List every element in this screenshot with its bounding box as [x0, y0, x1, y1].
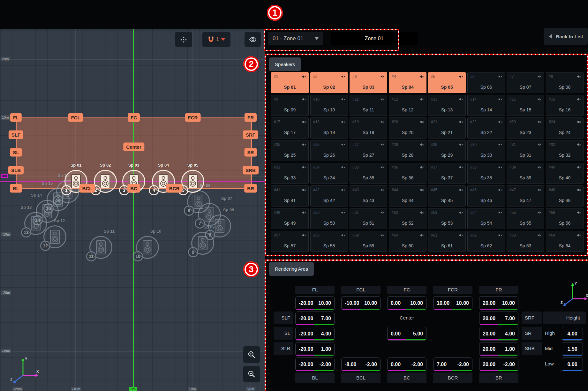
speaker-cell-10[interactable]: #10Sp 10 — [310, 95, 348, 116]
speaker-cell-59[interactable]: #59Sp 59 — [350, 231, 387, 252]
stage-badge-sl[interactable]: SL — [10, 148, 22, 157]
mute-speaker-icon[interactable] — [498, 74, 503, 79]
speaker-cell-49[interactable]: #49Sp 49 — [271, 208, 309, 229]
speaker-cell-30[interactable]: #30Sp 30 — [467, 140, 505, 161]
snap-magnet-button[interactable]: 1 — [202, 32, 230, 47]
mute-speaker-icon[interactable] — [576, 233, 581, 238]
speaker-cell-45[interactable]: #45Sp 45 — [428, 185, 466, 207]
mute-speaker-icon[interactable] — [458, 119, 464, 124]
mute-speaker-icon[interactable] — [576, 142, 581, 147]
speaker-cell-31[interactable]: #31Sp 31 — [507, 140, 544, 161]
mute-speaker-icon[interactable] — [419, 74, 424, 79]
mute-speaker-icon[interactable] — [380, 119, 385, 124]
speaker-cell-2[interactable]: #2Sp 02 — [310, 72, 348, 93]
mute-speaker-icon[interactable] — [380, 97, 385, 102]
speaker-cell-53[interactable]: #53Sp 53 — [428, 208, 466, 229]
mute-speaker-icon[interactable] — [419, 233, 424, 238]
stage-badge-srf[interactable]: SRF — [243, 131, 258, 139]
speaker-cell-56[interactable]: #56Sp 56 — [546, 208, 584, 229]
ghost-speaker-11[interactable]: 11Sp 11 — [89, 236, 112, 259]
speaker-2[interactable]: 2Sp 02 — [94, 170, 117, 193]
speaker-cell-6[interactable]: #6Sp 06 — [467, 72, 505, 93]
rendering-value-sr[interactable]: 20.004.00 — [479, 327, 518, 341]
rendering-value-fcl[interactable]: -10.0010.00 — [341, 296, 381, 310]
speaker-cell-20[interactable]: #20Sp 20 — [389, 117, 426, 139]
mute-speaker-icon[interactable] — [419, 165, 424, 170]
speaker-cell-63[interactable]: #63Sp 63 — [507, 231, 544, 252]
stage-badge-slb[interactable]: SLB — [8, 166, 24, 175]
speaker-cell-48[interactable]: #48Sp 48 — [546, 185, 584, 207]
mute-speaker-icon[interactable] — [537, 210, 542, 215]
speaker-cell-38[interactable]: #38Sp 38 — [467, 163, 505, 184]
mute-speaker-icon[interactable] — [498, 233, 503, 238]
stage-badge-slf[interactable]: SLF — [9, 131, 23, 139]
mute-speaker-icon[interactable] — [301, 187, 306, 192]
pan-move-button[interactable] — [175, 32, 192, 47]
mute-speaker-icon[interactable] — [458, 165, 464, 170]
mute-speaker-icon[interactable] — [341, 165, 346, 170]
mute-speaker-icon[interactable] — [458, 97, 464, 102]
mute-speaker-icon[interactable] — [380, 210, 385, 215]
speaker-cell-18[interactable]: #18Sp 18 — [310, 117, 348, 139]
mute-speaker-icon[interactable] — [341, 97, 346, 102]
mute-speaker-icon[interactable] — [537, 142, 542, 147]
scene-viewport[interactable]: FLFCLFCFCRFRSLFSLSLBBLSRFSRSRBBRBCLBCBCR… — [0, 29, 265, 391]
speaker-cell-43[interactable]: #43Sp 43 — [350, 185, 387, 207]
mute-speaker-icon[interactable] — [301, 210, 306, 215]
mute-speaker-icon[interactable] — [537, 233, 542, 238]
zone-select-dropdown[interactable]: 01 - Zone 01 — [268, 32, 323, 45]
mute-speaker-icon[interactable] — [341, 119, 346, 124]
mute-speaker-icon[interactable] — [458, 187, 464, 192]
mute-speaker-icon[interactable] — [301, 97, 306, 102]
speaker-cell-44[interactable]: #44Sp 44 — [389, 185, 426, 207]
rendering-value-sl[interactable]: -20.004.00 — [295, 327, 335, 341]
mute-speaker-icon[interactable] — [498, 119, 503, 124]
mute-speaker-icon[interactable] — [341, 74, 346, 79]
speaker-cell-26[interactable]: #26Sp 26 — [310, 140, 348, 161]
speaker-cell-7[interactable]: #7Sp 07 — [507, 72, 544, 93]
speaker-cell-34[interactable]: #34Sp 34 — [310, 163, 348, 184]
rendering-value-srb[interactable]: 20.001.00 — [479, 342, 518, 356]
rendering-value-bl[interactable]: -20.00-2.00 — [295, 357, 335, 371]
stage-badge-center[interactable]: Center — [123, 143, 144, 151]
mute-speaker-icon[interactable] — [301, 165, 306, 170]
stage-badge-bc[interactable]: BC — [127, 184, 140, 193]
speaker-cell-8[interactable]: #8Sp 08 — [546, 72, 584, 93]
speaker-5[interactable]: 5Sp 05 — [181, 170, 204, 193]
speaker-cell-33[interactable]: #33Sp 33 — [271, 163, 309, 184]
speaker-cell-60[interactable]: #60Sp 60 — [389, 231, 426, 252]
height-value-high[interactable]: 4.00 — [562, 327, 583, 341]
speaker-cell-52[interactable]: #52Sp 52 — [389, 208, 426, 229]
mute-speaker-icon[interactable] — [498, 97, 503, 102]
rendering-value-bcl[interactable]: -8.00-2.00 — [341, 357, 381, 371]
mute-speaker-icon[interactable] — [498, 142, 503, 147]
rendering-value-fc[interactable]: 0.0010.00 — [387, 296, 426, 310]
mute-speaker-icon[interactable] — [380, 74, 385, 79]
speaker-cell-39[interactable]: #39Sp 39 — [507, 163, 544, 184]
mute-speaker-icon[interactable] — [537, 165, 542, 170]
speaker-cell-51[interactable]: #51Sp 51 — [350, 208, 387, 229]
mute-speaker-icon[interactable] — [576, 119, 581, 124]
speaker-cell-57[interactable]: #57Sp 57 — [271, 231, 309, 252]
speaker-cell-35[interactable]: #35Sp 35 — [350, 163, 387, 184]
mute-speaker-icon[interactable] — [341, 142, 346, 147]
speaker-cell-36[interactable]: #36Sp 36 — [389, 163, 426, 184]
speaker-cell-41[interactable]: #41Sp 41 — [271, 185, 309, 207]
mute-speaker-icon[interactable] — [419, 187, 424, 192]
mute-speaker-icon[interactable] — [301, 233, 306, 238]
speaker-cell-14[interactable]: #14Sp 14 — [467, 95, 505, 116]
height-value-mid[interactable]: 1.50 — [562, 342, 583, 356]
mute-speaker-icon[interactable] — [341, 210, 346, 215]
speaker-cell-23[interactable]: #23Sp 23 — [507, 117, 544, 139]
stage-badge-sr[interactable]: SR — [245, 148, 257, 157]
zone-name-input[interactable] — [330, 32, 418, 45]
rendering-value-srf[interactable]: 20.007.00 — [479, 312, 518, 325]
mute-speaker-icon[interactable] — [576, 97, 581, 102]
stage-badge-bl[interactable]: BL — [10, 184, 22, 193]
speaker-cell-16[interactable]: #16Sp 16 — [546, 95, 584, 116]
mute-speaker-icon[interactable] — [341, 233, 346, 238]
mute-speaker-icon[interactable] — [576, 165, 581, 170]
speaker-cell-47[interactable]: #47Sp 47 — [507, 185, 544, 207]
speaker-cell-4[interactable]: #4Sp 04 — [389, 72, 426, 93]
speaker-cell-37[interactable]: #37Sp 37 — [428, 163, 466, 184]
